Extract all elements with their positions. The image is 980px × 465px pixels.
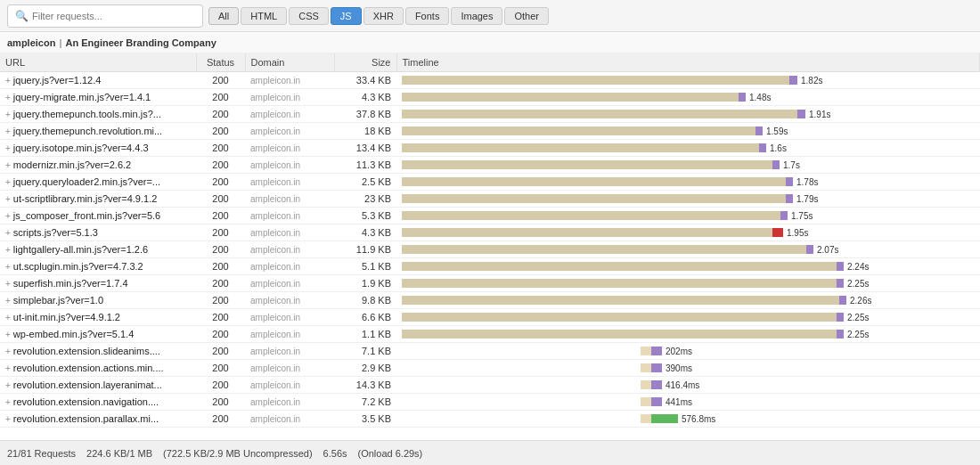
url-cell: +revolution.extension.slideanims....: [0, 343, 196, 360]
timeline-cell: 1.79s: [396, 191, 980, 208]
filter-all-button[interactable]: All: [208, 7, 239, 25]
size-cell: 37.8 KB: [334, 106, 396, 123]
column-header-status[interactable]: Status: [196, 53, 245, 72]
domain-cell: ampleicon.in: [245, 326, 334, 343]
table-row[interactable]: +revolution.extension.actions.min....200…: [0, 360, 980, 377]
expand-icon[interactable]: +: [5, 397, 11, 407]
table-row[interactable]: +jquery.queryloader2.min.js?ver=...200am…: [0, 174, 980, 191]
table-row[interactable]: +ut-init.min.js?ver=4.9.1.2200ampleicon.…: [0, 309, 980, 326]
table-row[interactable]: +jquery-migrate.min.js?ver=1.4.1200ample…: [0, 89, 980, 106]
table-row[interactable]: +jquery.themepunch.revolution.mi...200am…: [0, 123, 980, 140]
filter-images-button[interactable]: Images: [451, 7, 502, 25]
expand-icon[interactable]: +: [5, 313, 11, 322]
url-cell: +simplebar.js?ver=1.0: [0, 292, 196, 309]
site-separator: |: [59, 37, 61, 48]
expand-icon[interactable]: +: [5, 330, 11, 339]
timeline-cell: 1.82s: [396, 72, 980, 89]
domain-cell: ampleicon.in: [245, 224, 334, 241]
expand-icon[interactable]: +: [5, 143, 11, 153]
size-cell: 11.3 KB: [334, 157, 396, 174]
filter-other-button[interactable]: Other: [504, 7, 549, 25]
filter-xhr-button[interactable]: XHR: [363, 7, 404, 25]
expand-icon[interactable]: +: [5, 194, 11, 204]
table-row[interactable]: +js_composer_front.min.js?ver=5.6200ampl…: [0, 208, 980, 224]
table-row[interactable]: +revolution.extension.layeranimat...200a…: [0, 377, 980, 394]
table-row[interactable]: +revolution.extension.slideanims....200a…: [0, 343, 980, 360]
table-row[interactable]: +jquery.js?ver=1.12.4200ampleicon.in33.4…: [0, 72, 980, 89]
timeline-cell: 2.25s: [396, 326, 980, 343]
url-cell: +jquery.themepunch.revolution.mi...: [0, 123, 196, 140]
timeline-cell: 576.8ms: [396, 411, 980, 428]
column-header-domain[interactable]: Domain: [245, 53, 334, 72]
table-row[interactable]: +lightgallery-all.min.js?ver=1.2.6200amp…: [0, 241, 980, 258]
expand-icon[interactable]: +: [5, 211, 11, 221]
filter-fonts-button[interactable]: Fonts: [405, 7, 450, 25]
expand-icon[interactable]: +: [5, 380, 11, 390]
table-row[interactable]: +ut-scriptlibrary.min.js?ver=4.9.1.2200a…: [0, 191, 980, 208]
expand-icon[interactable]: +: [5, 262, 11, 272]
url-cell: +superfish.min.js?ver=1.7.4: [0, 275, 196, 292]
site-domain: ampleicon: [7, 37, 55, 48]
filter-html-button[interactable]: HTML: [241, 7, 287, 25]
size-cell: 11.9 KB: [334, 241, 396, 258]
time-label: 1.78s: [796, 177, 818, 187]
expand-icon[interactable]: +: [5, 414, 11, 424]
expand-icon[interactable]: +: [5, 160, 11, 170]
expand-icon[interactable]: +: [5, 126, 11, 136]
expand-icon[interactable]: +: [5, 110, 11, 119]
time-label: 2.25s: [847, 279, 869, 289]
time-label: 441ms: [666, 397, 692, 407]
table-row[interactable]: +jquery.isotope.min.js?ver=4.4.3200ample…: [0, 140, 980, 157]
expand-icon[interactable]: +: [5, 245, 11, 255]
time-label: 202ms: [666, 347, 692, 356]
table-row[interactable]: +revolution.extension.navigation....200a…: [0, 394, 980, 411]
expand-icon[interactable]: +: [5, 228, 11, 238]
expand-icon[interactable]: +: [5, 363, 11, 373]
size-cell: 7.2 KB: [334, 394, 396, 411]
table-row[interactable]: +scripts.js?ver=5.1.3200ampleicon.in4.3 …: [0, 224, 980, 241]
filter-js-button[interactable]: JS: [331, 7, 362, 25]
table-row[interactable]: +simplebar.js?ver=1.0200ampleicon.in9.8 …: [0, 292, 980, 309]
column-header-url[interactable]: URL: [0, 53, 196, 72]
time-label: 1.82s: [801, 76, 822, 86]
table-row[interactable]: +wp-embed.min.js?ver=5.1.4200ampleicon.i…: [0, 326, 980, 343]
time-label: 1.59s: [766, 126, 788, 136]
expand-icon[interactable]: +: [5, 347, 11, 356]
domain-cell: ampleicon.in: [245, 123, 334, 140]
filter-input[interactable]: [32, 11, 195, 21]
table-row[interactable]: +superfish.min.js?ver=1.7.4200ampleicon.…: [0, 275, 980, 292]
timeline-cell: 1.59s: [396, 123, 980, 140]
url-cell: +ut-init.min.js?ver=4.9.1.2: [0, 309, 196, 326]
domain-cell: ampleicon.in: [245, 140, 334, 157]
url-cell: +js_composer_front.min.js?ver=5.6: [0, 208, 196, 224]
column-header-size[interactable]: Size: [334, 53, 396, 72]
table-row[interactable]: +jquery.themepunch.tools.min.js?...200am…: [0, 106, 980, 123]
expand-icon[interactable]: +: [5, 296, 11, 306]
domain-cell: ampleicon.in: [245, 89, 334, 106]
table-row[interactable]: +ut.scplugin.min.js?ver=4.7.3.2200amplei…: [0, 258, 980, 275]
expand-icon[interactable]: +: [5, 177, 11, 187]
expand-icon[interactable]: +: [5, 279, 11, 289]
url-cell: +jquery.themepunch.tools.min.js?...: [0, 106, 196, 123]
size-cell: 1.9 KB: [334, 275, 396, 292]
expand-icon[interactable]: +: [5, 76, 11, 86]
domain-cell: ampleicon.in: [245, 275, 334, 292]
domain-cell: ampleicon.in: [245, 241, 334, 258]
timeline-cell: 2.25s: [396, 275, 980, 292]
status-cell: 200: [196, 123, 245, 140]
table-row[interactable]: +modernizr.min.js?ver=2.6.2200ampleicon.…: [0, 157, 980, 174]
time-label: 1.95s: [787, 228, 808, 238]
requests-table-container: URL Status Domain Size Timeline +jquery.…: [0, 53, 980, 440]
domain-cell: ampleicon.in: [245, 208, 334, 224]
domain-cell: ampleicon.in: [245, 309, 334, 326]
size-cell: 2.9 KB: [334, 360, 396, 377]
column-header-timeline[interactable]: Timeline: [396, 53, 980, 72]
filter-css-button[interactable]: CSS: [289, 7, 329, 25]
table-row[interactable]: +revolution.extension.parallax.mi...200a…: [0, 411, 980, 428]
status-cell: 200: [196, 411, 245, 428]
status-bar: 21/81 Requests 224.6 KB/1 MB (722.5 KB/2…: [0, 440, 980, 465]
timeline-cell: 2.24s: [396, 258, 980, 275]
expand-icon[interactable]: +: [5, 93, 11, 102]
status-cell: 200: [196, 89, 245, 106]
url-cell: +jquery.js?ver=1.12.4: [0, 72, 196, 89]
